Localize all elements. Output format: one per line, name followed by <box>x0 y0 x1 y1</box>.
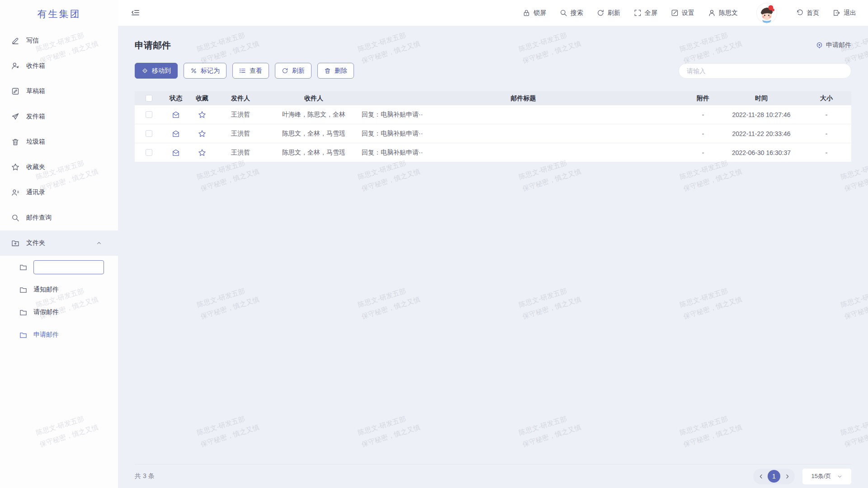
sidebar-item-label: 写信 <box>26 37 39 45</box>
sidebar-nav: 写信 收件箱 草稿箱 发件箱 垃圾箱 收藏夹 通讯录 邮件查询 <box>0 28 118 346</box>
time-cell: 2022-11-28 10:27:46 <box>721 111 802 118</box>
sidebar-item-sent[interactable]: 发件箱 <box>0 104 118 129</box>
sidebar-item-label: 文件夹 <box>26 239 45 247</box>
page-number[interactable]: 1 <box>768 470 780 483</box>
attachment-cell: - <box>685 149 721 156</box>
row-checkbox[interactable] <box>135 111 163 118</box>
settings-button[interactable]: 设置 <box>671 9 694 17</box>
lock-screen-button[interactable]: 锁屏 <box>523 9 546 17</box>
draft-icon <box>11 87 19 95</box>
sidebar-item-contacts[interactable]: 通讯录 <box>0 180 118 205</box>
pager: 1 <box>753 469 795 484</box>
list-icon <box>239 67 246 74</box>
search-button[interactable]: 搜索 <box>560 9 583 17</box>
action-label: 锁屏 <box>533 9 546 17</box>
sidebar-item-compose[interactable]: 写信 <box>0 28 118 53</box>
sidebar-item-label: 发件箱 <box>26 113 45 121</box>
location-pin-icon <box>816 42 823 49</box>
favorite-star-icon[interactable] <box>189 111 215 119</box>
button-label: 移动到 <box>152 67 171 75</box>
delete-button[interactable]: 删除 <box>317 63 354 79</box>
col-status: 状态 <box>163 94 189 103</box>
subject-cell[interactable]: 回复：电脑补贴申请·· <box>362 130 685 138</box>
button-label: 查看 <box>250 67 262 75</box>
sidebar-folder-application[interactable]: 申请邮件 <box>0 324 118 346</box>
move-to-button[interactable]: 移动到 <box>135 63 178 79</box>
app-logo: 有生集团 <box>0 0 118 28</box>
logout-button[interactable]: 退出 <box>833 9 856 17</box>
action-label: 设置 <box>682 9 694 17</box>
sidebar-item-mail-search[interactable]: 邮件查询 <box>0 205 118 230</box>
page-title: 申请邮件 <box>135 39 171 52</box>
recipients-cell: 陈思文，全林，马雪瑶 <box>266 149 362 157</box>
current-user[interactable]: 陈思文 <box>708 9 738 17</box>
next-page-icon[interactable] <box>783 473 791 480</box>
chevron-down-icon <box>837 474 843 479</box>
inbox-icon <box>11 62 19 70</box>
main-area: 申请邮件 申请邮件 移动到 标记为 查看 刷新 <box>118 26 868 488</box>
sidebar-item-inbox[interactable]: 收件箱 <box>0 53 118 79</box>
size-cell: - <box>802 149 851 156</box>
sidebar-item-trash[interactable]: 垃圾箱 <box>0 129 118 155</box>
folder-plus-icon <box>11 239 19 247</box>
sidebar-item-drafts[interactable]: 草稿箱 <box>0 79 118 104</box>
per-page-select[interactable]: 15条/页 <box>802 469 851 484</box>
mark-as-button[interactable]: 标记为 <box>184 63 226 79</box>
folder-icon <box>19 263 27 271</box>
collapse-sidebar-icon[interactable] <box>131 9 140 18</box>
table-row[interactable]: 王洪哲 陈思文，全林，马雪瑶 回复：电脑补贴申请·· - 2022-11-22 … <box>135 124 851 143</box>
sender-cell: 王洪哲 <box>215 149 266 157</box>
row-checkbox[interactable] <box>135 149 163 156</box>
size-cell: - <box>802 130 851 137</box>
folder-icon <box>19 286 27 294</box>
sidebar-item-favorites[interactable]: 收藏夹 <box>0 155 118 180</box>
star-icon <box>11 163 19 171</box>
contacts-icon <box>11 188 19 197</box>
avatar[interactable] <box>757 3 777 23</box>
sidebar-folder-leave[interactable]: 请假邮件 <box>0 301 118 324</box>
favorite-star-icon[interactable] <box>189 149 215 157</box>
table-row[interactable]: 王洪哲 叶海峰，陈思文，全林 回复：电脑补贴申请·· - 2022-11-28 … <box>135 105 851 124</box>
send-icon <box>11 113 19 121</box>
settings-icon <box>671 9 679 17</box>
search-icon <box>560 9 567 17</box>
table-row[interactable]: 王洪哲 陈思文，全林，马雪瑶 回复：电脑补贴申请·· - 2022-06-30 … <box>135 143 851 162</box>
mail-filter-input[interactable] <box>679 63 851 79</box>
sidebar: 有生集团 写信 收件箱 草稿箱 发件箱 垃圾箱 收藏夹 通讯录 <box>0 0 118 488</box>
sidebar-item-folders[interactable]: 文件夹 <box>0 230 118 256</box>
button-label: 刷新 <box>292 67 305 75</box>
folder-new-row <box>0 256 118 278</box>
breadcrumb-label: 申请邮件 <box>826 41 851 49</box>
attachment-cell: - <box>685 130 721 137</box>
sidebar-folder-notice[interactable]: 通知邮件 <box>0 278 118 301</box>
prev-page-icon[interactable] <box>757 473 764 480</box>
search-icon <box>11 214 19 222</box>
sidebar-item-label: 收藏夹 <box>26 163 45 171</box>
refresh-list-button[interactable]: 刷新 <box>275 63 311 79</box>
row-checkbox[interactable] <box>135 130 163 137</box>
sidebar-item-label: 垃圾箱 <box>26 138 45 146</box>
folder-icon <box>19 309 27 316</box>
home-button[interactable]: 首页 <box>796 9 819 17</box>
total-count: 共 3 条 <box>135 472 155 480</box>
select-all-checkbox[interactable] <box>135 95 163 102</box>
subject-cell[interactable]: 回复：电脑补贴申请·· <box>362 149 685 157</box>
action-label: 搜索 <box>571 9 583 17</box>
move-icon <box>142 67 148 74</box>
refresh-icon <box>597 9 604 17</box>
folder-name-input[interactable] <box>33 260 104 274</box>
col-favorite: 收藏 <box>189 94 215 103</box>
mail-table: 状态 收藏 发件人 收件人 邮件标题 附件 时间 大小 王洪哲 叶海峰，陈思文，… <box>135 91 851 162</box>
fullscreen-icon <box>634 9 642 17</box>
refresh-button[interactable]: 刷新 <box>597 9 620 17</box>
chevron-up-icon[interactable] <box>96 240 102 246</box>
col-recipients: 收件人 <box>266 94 362 103</box>
favorite-star-icon[interactable] <box>189 130 215 138</box>
user-name: 陈思文 <box>719 9 738 17</box>
fullscreen-button[interactable]: 全屏 <box>634 9 657 17</box>
col-subject: 邮件标题 <box>362 94 685 103</box>
view-button[interactable]: 查看 <box>232 63 269 79</box>
subject-cell[interactable]: 回复：电脑补贴申请·· <box>362 111 685 119</box>
breadcrumb[interactable]: 申请邮件 <box>816 41 851 49</box>
recipients-cell: 陈思文，全林，马雪瑶 <box>266 130 362 138</box>
